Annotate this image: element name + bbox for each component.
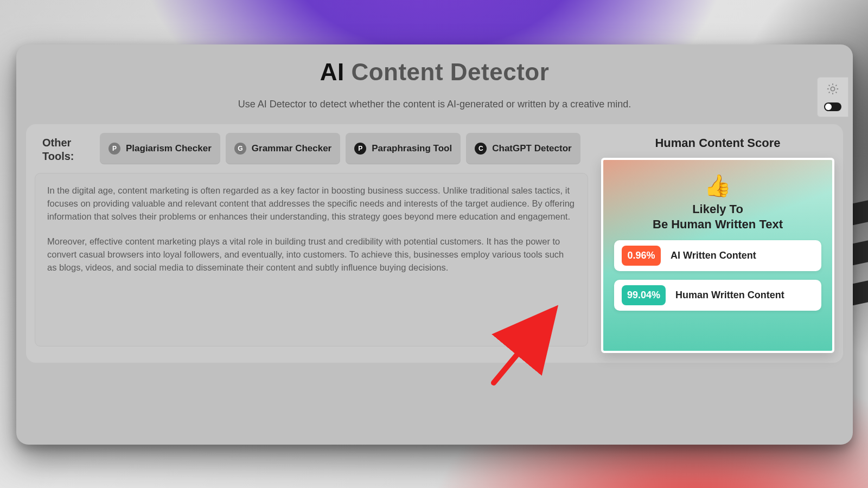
svg-line-8 <box>836 85 837 86</box>
page-subtitle: Use AI Detector to detect whether the co… <box>16 99 853 110</box>
dark-mode-toggle[interactable] <box>824 102 841 111</box>
tool-badge-icon: C <box>475 143 487 155</box>
other-tools-label: Other Tools: <box>35 133 94 163</box>
score-verdict: Likely To Be Human Written Text <box>609 202 827 232</box>
tool-paraphrasing[interactable]: P Paraphrasing Tool <box>346 133 461 164</box>
other-tools-row: Other Tools: P Plagiarism Checker G Gram… <box>35 133 588 164</box>
tool-label: Grammar Checker <box>252 143 331 154</box>
tool-grammar-checker[interactable]: G Grammar Checker <box>226 133 340 164</box>
svg-line-5 <box>829 85 830 86</box>
tool-badge-icon: P <box>108 143 120 155</box>
thumbs-up-icon: 👍 <box>609 173 827 198</box>
tool-badge-icon: P <box>354 143 366 155</box>
tool-label: Plagiarism Checker <box>126 143 212 154</box>
svg-point-0 <box>831 87 834 91</box>
ai-score-row: 0.96% AI Written Content <box>614 240 821 271</box>
tool-badge-icon: G <box>234 143 246 155</box>
svg-line-6 <box>836 92 837 93</box>
tool-label: ChatGPT Detector <box>492 143 571 154</box>
tool-plagiarism-checker[interactable]: P Plagiarism Checker <box>100 133 220 164</box>
theme-switcher[interactable] <box>817 77 848 117</box>
title-ai: AI <box>320 59 344 85</box>
main-panel: Other Tools: P Plagiarism Checker G Gram… <box>26 124 843 363</box>
content-paragraph: Moreover, effective content marketing pl… <box>47 235 576 274</box>
human-score-value: 99.04% <box>622 285 666 305</box>
human-score-row: 99.04% Human Written Content <box>614 280 821 311</box>
ai-score-label: AI Written Content <box>671 250 756 261</box>
ai-score-value: 0.96% <box>622 246 661 266</box>
title-rest: Content Detector <box>344 59 550 85</box>
tool-chatgpt-detector[interactable]: C ChatGPT Detector <box>466 133 580 164</box>
content-paragraph: In the digital age, content marketing is… <box>47 184 576 223</box>
tool-label: Paraphrasing Tool <box>372 143 452 154</box>
content-input[interactable]: In the digital age, content marketing is… <box>35 173 588 346</box>
score-title: Human Content Score <box>601 136 834 150</box>
app-window: AI Content Detector Use AI Detector to d… <box>16 44 853 445</box>
score-card: 👍 Likely To Be Human Written Text 0.96% … <box>601 158 834 353</box>
page-title: AI Content Detector <box>16 59 853 86</box>
svg-line-7 <box>829 92 830 93</box>
human-score-label: Human Written Content <box>675 290 784 301</box>
sun-icon <box>827 83 839 97</box>
